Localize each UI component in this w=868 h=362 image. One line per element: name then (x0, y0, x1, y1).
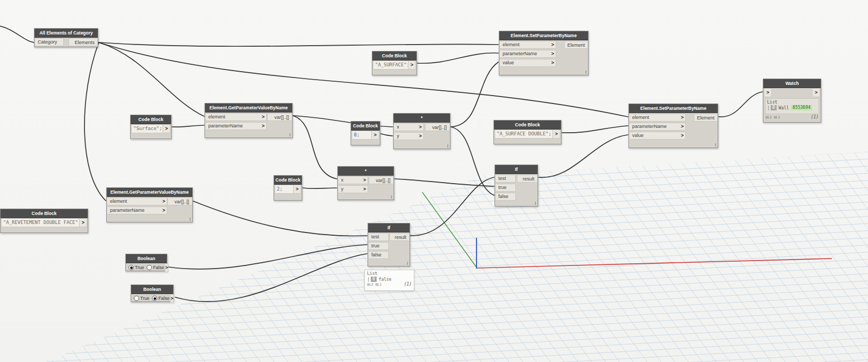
node-title[interactable]: Code Block (351, 122, 380, 131)
output-port[interactable]: > (171, 294, 174, 303)
wire-element-set-parameter-right.Element--watch.in[interactable] (719, 92, 762, 117)
input-port-category[interactable]: Category (35, 38, 64, 46)
node-code-block-surface[interactable]: Code Block "Surface"; > (130, 115, 172, 139)
wire-boolean-true.out--if-lower.true[interactable] (168, 245, 367, 269)
input-port-parametername[interactable]: parameterName > (629, 123, 686, 131)
output-port-var[interactable]: var[]..[] (425, 123, 449, 131)
input-port-parametername[interactable]: parameterName > (107, 206, 167, 214)
node-if-lower[interactable]: If test result true false (368, 223, 410, 266)
code-input[interactable]: 0; (352, 131, 372, 140)
input-port-x[interactable]: x > (338, 176, 368, 184)
node-title[interactable]: Code Block (494, 120, 561, 130)
input-port-value[interactable]: value > (629, 132, 686, 140)
node-title[interactable]: Element.SetParameterByName (629, 104, 718, 113)
code-input[interactable]: "A_SURFACE"; (373, 61, 409, 70)
wire-code-block-two.out--multiply-lower.y[interactable] (303, 188, 337, 188)
node-element-set-parameter-top[interactable]: Element.SetParameterByName element > Ele… (499, 31, 589, 75)
radio-true[interactable] (129, 265, 134, 270)
input-port-test[interactable]: test (496, 175, 516, 183)
node-title[interactable]: Boolean (131, 285, 173, 294)
node-code-block-two[interactable]: Code Block 2; > (274, 175, 302, 201)
node-title[interactable]: If (368, 223, 410, 232)
node-all-elements-of-category[interactable]: All Elements of Category Category Elemen… (34, 28, 98, 47)
output-port[interactable]: > (80, 218, 87, 227)
output-port-element[interactable]: Element (564, 41, 588, 49)
node-title[interactable]: Code Block (1, 209, 88, 218)
node-title[interactable]: Code Block (372, 51, 416, 61)
wire-multiply-upper.var--element-set-parameter-top.value[interactable] (451, 62, 498, 127)
output-port[interactable]: > (165, 263, 168, 272)
node-multiply-upper[interactable]: * x > var[]..[] y > (393, 113, 450, 149)
node-watch[interactable]: Watch > > List 0 Wall 8553694 @L2 @L1 (1… (763, 79, 821, 123)
node-title[interactable]: If (495, 165, 538, 174)
wire-element-get-parameter-lower.var--if-lower.test[interactable] (193, 201, 367, 236)
input-port-element[interactable]: element > (500, 41, 556, 49)
output-port[interactable]: > (163, 124, 171, 133)
output-port-var[interactable]: var[]..[] (369, 176, 393, 184)
output-port[interactable]: > (294, 185, 301, 194)
node-title[interactable]: Element.GetParameterValueByName (107, 188, 192, 197)
output-port-var[interactable]: var[]..[] (167, 197, 192, 205)
output-port-element[interactable]: Element (694, 114, 717, 122)
radio-true[interactable] (134, 296, 139, 301)
node-title[interactable]: Code Block (131, 115, 171, 124)
node-title[interactable]: * (338, 167, 394, 176)
wire-code-block-zero.out--multiply-upper.y[interactable] (381, 134, 393, 136)
node-title[interactable]: All Elements of Category (35, 29, 98, 38)
node-code-block-revetement[interactable]: Code Block "A_REVETEMENT DOUBLE FACE"; > (0, 209, 88, 233)
code-input[interactable]: "A_SURFACE DOUBLE"; (495, 130, 553, 139)
wire-code-block-a-surface-double.out--element-set-parameter-right.parameterName[interactable] (562, 126, 628, 133)
node-title[interactable]: Code Block (274, 176, 302, 185)
node-boolean-false[interactable]: Boolean True False > (131, 285, 174, 302)
output-port[interactable]: > (813, 88, 820, 97)
input-port-false[interactable]: false (369, 251, 389, 259)
node-boolean-true[interactable]: Boolean True False > (125, 254, 167, 271)
input-port-y[interactable]: y > (394, 132, 424, 140)
code-input[interactable]: "A_REVETEMENT DOUBLE FACE"; (1, 218, 80, 227)
input-port-element[interactable]: element > (206, 113, 267, 121)
input-port-element[interactable]: element > (107, 197, 167, 205)
output-port-result[interactable]: result (517, 175, 537, 183)
input-port-parametername[interactable]: parameterName > (500, 50, 556, 58)
radio-false[interactable] (147, 265, 152, 270)
input-port-true[interactable]: true (496, 184, 516, 192)
input-port-value[interactable]: value > (500, 59, 556, 67)
input-port-x[interactable]: x > (394, 123, 424, 131)
node-element-set-parameter-right[interactable]: Element.SetParameterByName element > Ele… (628, 104, 718, 148)
wire-all-elements-of-category.Elements--element-set-parameter-top.element[interactable] (99, 42, 498, 46)
node-element-get-parameter-upper[interactable]: Element.GetParameterValueByName element … (205, 103, 293, 138)
node-code-block-zero[interactable]: Code Block 0; > (351, 121, 380, 145)
output-port[interactable]: > (409, 61, 416, 70)
input-port-y[interactable]: y > (338, 185, 368, 193)
node-title[interactable]: Watch (763, 79, 821, 88)
wire-code-block-surface.out--element-get-parameter-upper.parameterName[interactable] (172, 125, 204, 127)
node-code-block-a-surface[interactable]: Code Block "A_SURFACE"; > (372, 51, 417, 75)
output-port[interactable]: > (553, 130, 560, 139)
node-element-get-parameter-lower[interactable]: Element.GetParameterValueByName element … (106, 187, 193, 222)
input-port[interactable]: > (764, 88, 772, 97)
input-port-false[interactable]: false (496, 193, 516, 201)
radio-false[interactable] (152, 296, 157, 301)
node-title[interactable]: Element.SetParameterByName (499, 31, 588, 40)
node-multiply-lower[interactable]: * x > var[]..[] y > (337, 166, 394, 200)
input-port-element[interactable]: element > (629, 114, 686, 122)
output-port[interactable]: > (372, 131, 379, 140)
dynamo-canvas[interactable]: { "canvas": { "background": "#f4f4f2", "… (0, 0, 868, 362)
input-port-test[interactable]: test (369, 233, 389, 241)
code-input[interactable]: 2; (275, 185, 294, 194)
wire-element-get-parameter-upper.var--multiply-lower.x[interactable] (293, 116, 337, 179)
code-input[interactable]: "Surface"; (131, 124, 163, 133)
wire-offscreen-left--all-elements-of-category.Category[interactable] (0, 25, 34, 42)
node-title[interactable]: * (394, 114, 450, 123)
output-port-var[interactable]: var[]..[] (267, 113, 292, 121)
node-code-block-a-surface-double[interactable]: Code Block "A_SURFACE DOUBLE"; > (493, 120, 561, 144)
output-port-elements[interactable]: Elements (69, 38, 97, 46)
input-port-true[interactable]: true (369, 242, 389, 250)
wire-all-elements-of-category.Elements--element-get-parameter-lower.element[interactable] (84, 42, 106, 201)
node-title[interactable]: Element.GetParameterValueByName (205, 104, 292, 113)
wire-all-elements-of-category.Elements--element-get-parameter-upper.element[interactable] (99, 42, 204, 116)
wire-code-block-a-surface.out--element-set-parameter-top.parameterName[interactable] (418, 53, 498, 64)
node-if-upper[interactable]: If test result true false (495, 165, 538, 206)
input-port-parametername[interactable]: parameterName > (206, 122, 267, 130)
node-title[interactable]: Boolean (126, 254, 167, 263)
